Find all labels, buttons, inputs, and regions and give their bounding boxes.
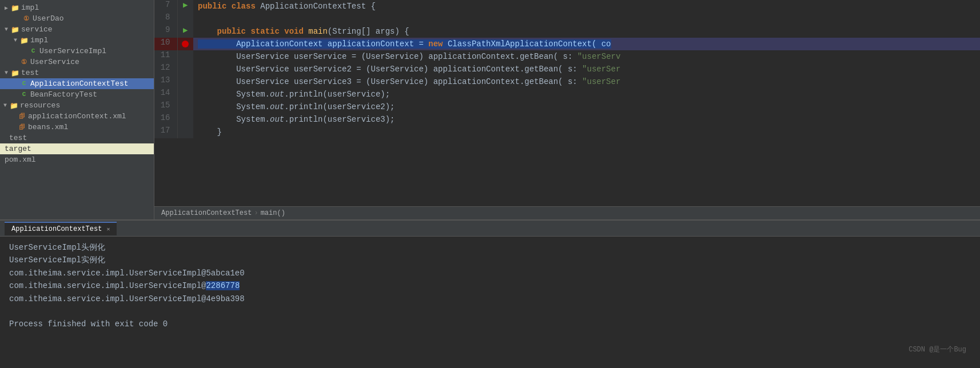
sidebar-item-appcontextxml[interactable]: 🗐 applicationContext.xml — [0, 111, 154, 122]
bottom-panel: ApplicationContextTest ✕ UserServiceImpl… — [0, 219, 980, 368]
console-line-1: UserServiceImpl头例化 — [9, 241, 971, 254]
class-name-7: ApplicationContextTest { — [260, 2, 376, 11]
gutter-7: ▶ — [177, 0, 193, 13]
target-label: target — [5, 145, 31, 153]
beanfactorytest-icon: C — [19, 91, 29, 99]
sidebar-pom-line: pom.xml — [0, 154, 154, 165]
impl-arrow: ▶ — [2, 5, 10, 11]
method-main: main — [308, 27, 328, 36]
console-line-3: com.itheima.service.impl.UserServiceImpl… — [9, 267, 971, 279]
main-area: ▶ 📁 impl ① UserDao ▼ 📁 service ▼ 📁 impl — [0, 0, 980, 219]
string-11: "userServ — [577, 52, 621, 61]
line-code-9: public static void main(String[] args) { — [193, 25, 980, 38]
selected-classname-10: ClassPathXmlApplicationContext( co — [448, 39, 611, 49]
gutter-17 — [177, 126, 193, 138]
table-row: 11 UserService userService = (UserServic… — [154, 50, 980, 63]
service-impl-arrow: ▼ — [11, 37, 19, 43]
resources-label: resources — [20, 101, 60, 110]
sidebar-item-test[interactable]: ▼ 📁 test — [0, 67, 154, 78]
breakpoint-dot-10[interactable] — [182, 41, 189, 47]
service-impl-label: impl — [30, 36, 48, 45]
code-content[interactable]: 7 ▶ public class ApplicationContextTest … — [154, 0, 980, 206]
run-arrow-9[interactable]: ▶ — [183, 26, 188, 35]
sidebar-item-service-impl[interactable]: ▼ 📁 impl — [0, 35, 154, 46]
sidebar-item-userservice[interactable]: ① UserService — [0, 57, 154, 67]
test2-label: test — [9, 134, 27, 142]
line-code-11: UserService userService = (UserService) … — [193, 50, 980, 63]
pom-label: pom.xml — [5, 155, 36, 164]
table-row: 12 UserService userService2 = (UserServi… — [154, 63, 980, 75]
console-line-7: Process finished with exit code 0 — [9, 318, 971, 330]
table-row: 14 System.out.println(userService); — [154, 88, 980, 101]
run-arrow-7[interactable]: ▶ — [183, 1, 188, 10]
gutter-11 — [177, 50, 193, 63]
gutter-13 — [177, 75, 193, 88]
line-num-14: 14 — [154, 88, 177, 101]
breadcrumb: ApplicationContextTest › main() — [154, 206, 980, 219]
beansxml-label: beans.xml — [28, 123, 68, 131]
gutter-10 — [177, 38, 193, 50]
table-row: 15 System.out.println(userService2); — [154, 101, 980, 113]
impl-label: impl — [21, 3, 39, 12]
userdao-label: UserDao — [33, 14, 64, 23]
tab-applicationcontexttest[interactable]: ApplicationContextTest ✕ — [5, 222, 117, 235]
gutter-8 — [177, 13, 193, 25]
test-folder-icon: 📁 — [10, 69, 19, 77]
userservice-label: UserService — [30, 58, 79, 66]
line-code-15: System.out.println(userService2); — [193, 101, 980, 113]
line-num-15: 15 — [154, 101, 177, 113]
highlighted-hash: 2286778 — [206, 281, 240, 290]
service-folder-icon: 📁 — [10, 26, 19, 34]
gutter-12 — [177, 63, 193, 75]
table-row: 17 } — [154, 126, 980, 138]
appctxtest-label: ApplicationContextTest — [30, 79, 129, 88]
gutter-16 — [177, 113, 193, 126]
kw-void-9: void — [284, 27, 308, 36]
tab-close-icon[interactable]: ✕ — [106, 226, 110, 233]
sidebar-item-test2: test — [0, 133, 154, 143]
table-row: 16 System.out.println(userService3); — [154, 113, 980, 126]
console-line-5: com.itheima.service.impl.UserServiceImpl… — [9, 293, 971, 305]
console-output: UserServiceImpl头例化 UserServiceImpl实例化 co… — [0, 237, 980, 335]
main-params-9: (String[] args) { — [328, 27, 409, 36]
resources-folder-icon: 📁 — [9, 102, 18, 110]
sidebar-item-resources[interactable]: ▼ 📁 resources — [0, 100, 154, 111]
service-arrow: ▼ — [2, 26, 10, 33]
gutter-14 — [177, 88, 193, 101]
breadcrumb-sep: › — [254, 209, 258, 217]
test-label: test — [21, 69, 39, 77]
line-code-12: UserService userService2 = (UserService)… — [193, 63, 980, 75]
appcontextxml-label: applicationContext.xml — [28, 112, 126, 121]
kw-class-7: class — [232, 2, 260, 11]
line-num-9: 9 — [154, 25, 177, 38]
userserviceimpl-label: UserServiceImpl — [39, 47, 106, 55]
sidebar-item-applicationcontexttest[interactable]: C ApplicationContextTest — [0, 78, 154, 89]
bottom-content-wrapper: UserServiceImpl头例化 UserServiceImpl实例化 co… — [0, 237, 980, 368]
line-code-13: UserService userService3 = (UserService)… — [193, 75, 980, 88]
sidebar-item-userdao[interactable]: ① UserDao — [0, 13, 154, 24]
breadcrumb-method: main() — [261, 209, 285, 217]
tab-label: ApplicationContextTest — [11, 225, 102, 233]
sidebar-item-service[interactable]: ▼ 📁 service — [0, 24, 154, 35]
line-code-16: System.out.println(userService3); — [193, 113, 980, 126]
table-row: 10 ApplicationContext applicationContext… — [154, 38, 980, 50]
service-label: service — [21, 25, 53, 34]
bottom-tab-bar: ApplicationContextTest ✕ — [0, 221, 980, 237]
sidebar-item-impl[interactable]: ▶ 📁 impl — [0, 2, 154, 13]
sidebar-item-userserviceimpl[interactable]: C UserServiceImpl — [0, 46, 154, 57]
beansxml-icon: 🗐 — [17, 123, 26, 131]
sidebar-item-beansxml[interactable]: 🗐 beans.xml — [0, 122, 154, 133]
gutter-15 — [177, 101, 193, 113]
console-line-6 — [9, 305, 971, 318]
line-num-10: 10 — [154, 38, 177, 50]
service-impl-folder-icon: 📁 — [19, 37, 29, 45]
code-table: 7 ▶ public class ApplicationContextTest … — [154, 0, 980, 138]
userservice-icon: ① — [19, 58, 29, 66]
csdn-watermark: CSDN @是一个Bug — [909, 345, 966, 354]
sidebar-item-beanfactorytest[interactable]: C BeanFactoryTest — [0, 89, 154, 100]
out-15: out — [270, 102, 284, 111]
line-code-17: } — [193, 126, 980, 138]
selected-code-10: ApplicationContext applicationContext = — [198, 39, 428, 49]
breadcrumb-file: ApplicationContextTest — [161, 209, 252, 217]
appcontextxml-icon: 🗐 — [17, 113, 26, 121]
